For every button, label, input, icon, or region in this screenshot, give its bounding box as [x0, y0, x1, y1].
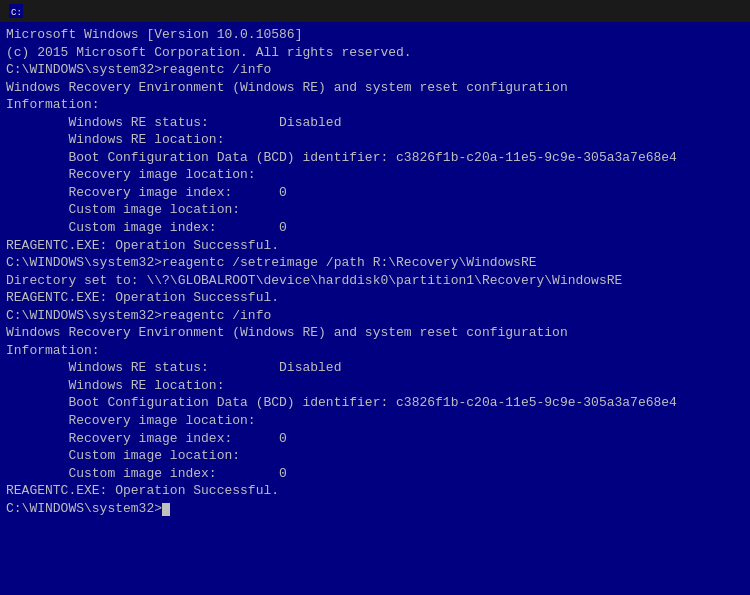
terminal-line: Windows Recovery Environment (Windows RE… — [6, 79, 744, 97]
terminal-line: REAGENTC.EXE: Operation Successful. — [6, 237, 744, 255]
title-bar-icon: C: — [8, 3, 24, 19]
terminal-line: Boot Configuration Data (BCD) identifier… — [6, 149, 744, 167]
terminal[interactable]: Microsoft Windows [Version 10.0.10586](c… — [0, 22, 750, 595]
terminal-line: REAGENTC.EXE: Operation Successful. — [6, 482, 744, 500]
close-button[interactable] — [716, 0, 742, 22]
title-bar: C: — [0, 0, 750, 22]
terminal-line: Directory set to: \\?\GLOBALROOT\device\… — [6, 272, 744, 290]
terminal-line: Custom image location: — [6, 447, 744, 465]
terminal-line: Recovery image index: 0 — [6, 430, 744, 448]
terminal-line: C:\WINDOWS\system32>reagentc /info — [6, 61, 744, 79]
svg-text:C:: C: — [11, 8, 22, 18]
terminal-line: C:\WINDOWS\system32>reagentc /setreimage… — [6, 254, 744, 272]
terminal-line: Windows Recovery Environment (Windows RE… — [6, 324, 744, 342]
title-bar-controls — [664, 0, 742, 22]
terminal-line: Custom image index: 0 — [6, 465, 744, 483]
terminal-line: Microsoft Windows [Version 10.0.10586] — [6, 26, 744, 44]
terminal-line: Windows RE status: Disabled — [6, 359, 744, 377]
terminal-line: Information: — [6, 342, 744, 360]
terminal-line: Custom image location: — [6, 201, 744, 219]
terminal-line: Recovery image location: — [6, 412, 744, 430]
terminal-line: Boot Configuration Data (BCD) identifier… — [6, 394, 744, 412]
terminal-line: C:\WINDOWS\system32>reagentc /info — [6, 307, 744, 325]
terminal-line: Windows RE location: — [6, 377, 744, 395]
terminal-line: C:\WINDOWS\system32> — [6, 500, 744, 518]
terminal-line: Custom image index: 0 — [6, 219, 744, 237]
terminal-line: REAGENTC.EXE: Operation Successful. — [6, 289, 744, 307]
minimize-button[interactable] — [664, 0, 690, 22]
cursor — [162, 503, 170, 516]
terminal-line: Recovery image location: — [6, 166, 744, 184]
terminal-line: Recovery image index: 0 — [6, 184, 744, 202]
maximize-button[interactable] — [690, 0, 716, 22]
terminal-line: Windows RE status: Disabled — [6, 114, 744, 132]
terminal-line: (c) 2015 Microsoft Corporation. All righ… — [6, 44, 744, 62]
terminal-line: Windows RE location: — [6, 131, 744, 149]
terminal-line: Information: — [6, 96, 744, 114]
